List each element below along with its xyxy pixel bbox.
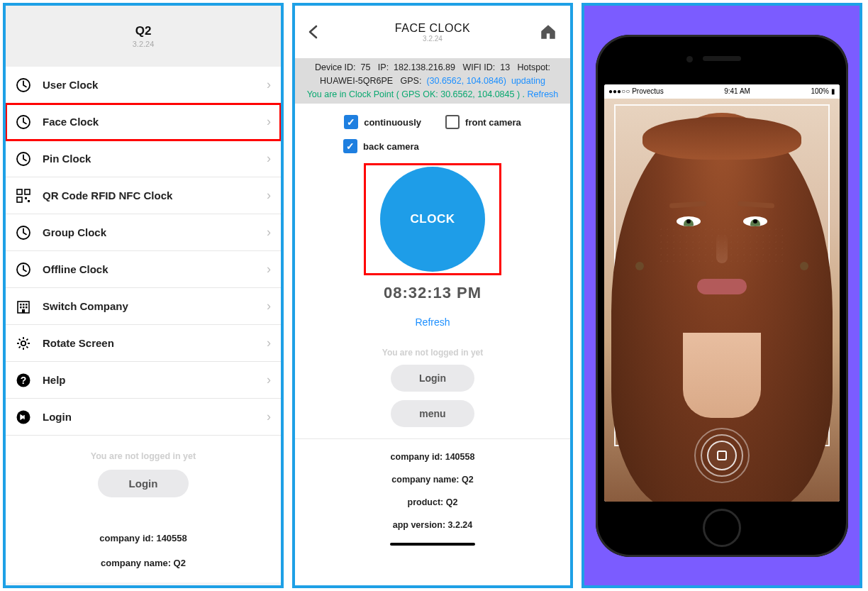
back-camera-label: back camera (363, 141, 419, 152)
company-name-label: company name: Q2 (6, 558, 281, 568)
statusbar-time: 9:41 AM (724, 87, 750, 95)
clock-button-highlight: CLOCK (364, 163, 501, 275)
chevron-right-icon: › (267, 225, 271, 240)
company-id-label: company id: 140558 (295, 452, 570, 462)
menu-item-label: Help (43, 374, 267, 386)
menu-item-login[interactable]: Login› (6, 399, 281, 436)
continuously-checkbox[interactable]: continuously (344, 115, 421, 129)
face-clock-screen: FACE CLOCK 3.2.24 Device ID: 75 IP: 182.… (292, 3, 573, 588)
menu-item-label: QR Code RFID NFC Clock (43, 189, 267, 201)
ip-label: IP: (378, 62, 389, 72)
menu-item-pin-clock[interactable]: Pin Clock› (6, 140, 281, 177)
menu-item-label: Pin Clock (43, 153, 267, 165)
menu-item-label: User Clock (43, 79, 267, 91)
battery-icon: ▮ (831, 87, 835, 95)
hotspot-label: Hotspot: (518, 62, 551, 72)
chevron-right-icon: › (267, 151, 271, 166)
screen-title: FACE CLOCK (395, 22, 470, 35)
login-icon (16, 409, 31, 425)
refresh-link[interactable]: Refresh (295, 316, 570, 328)
screen-version: 3.2.24 (395, 35, 470, 43)
clock-icon (16, 151, 31, 167)
status-bar: ●●●○○ Provectus 9:41 AM 100% ▮ (604, 84, 840, 99)
not-logged-label: You are not logged in yet (295, 348, 570, 358)
phone-front-camera (686, 56, 693, 62)
chevron-right-icon: › (267, 299, 271, 314)
menu-item-qr-code-rfid-nfc-clock[interactable]: QR Code RFID NFC Clock› (6, 177, 281, 214)
wifi-value: 13 (500, 62, 510, 72)
gps-value: (30.6562, 104.0846) (426, 76, 506, 86)
menu-item-label: Switch Company (43, 300, 267, 312)
hotspot-value: HUAWEI-5QR6PE (320, 76, 393, 86)
not-logged-label: You are not logged in yet (6, 451, 281, 461)
clockpoint-status: You are in Clock Point ( GPS OK: 30.6562… (307, 89, 525, 99)
device-id-value: 75 (361, 62, 371, 72)
menu-screen: Q2 3.2.24 User Clock›Face Clock›Pin Cloc… (3, 3, 284, 588)
front-camera-checkbox[interactable]: front camera (445, 115, 521, 129)
chevron-right-icon: › (267, 372, 271, 387)
menu-item-group-clock[interactable]: Group Clock› (6, 214, 281, 251)
gear-icon (16, 336, 31, 351)
company-id-label: company id: 140558 (6, 533, 281, 543)
menu-item-switch-company[interactable]: Switch Company› (6, 288, 281, 325)
face-clock-body: continuously front camera back camera CL… (295, 104, 570, 546)
back-button[interactable] (305, 23, 326, 40)
chevron-right-icon: › (267, 77, 271, 92)
menu-item-user-clock[interactable]: User Clock› (6, 67, 281, 104)
app-version: 3.2.24 (133, 40, 155, 48)
phone-home-button[interactable] (703, 509, 741, 547)
login-button[interactable]: Login (391, 365, 474, 392)
app-version-label: app version: 3.2.24 (295, 520, 570, 530)
menu-item-offline-clock[interactable]: Offline Clock› (6, 251, 281, 288)
clock-icon (16, 262, 31, 277)
shutter-button[interactable] (694, 428, 750, 483)
face-clock-meta: company id: 140558 company name: Q2 prod… (295, 452, 570, 530)
ip-value: 182.138.216.89 (394, 62, 455, 72)
info-refresh-link[interactable]: Refresh (528, 89, 559, 99)
help-icon (16, 372, 31, 388)
chevron-right-icon: › (267, 336, 271, 350)
home-indicator (390, 543, 475, 546)
wifi-label: WIFI ID: (462, 62, 495, 72)
camera-preview (604, 99, 840, 502)
menu-header: Q2 3.2.24 (6, 6, 281, 67)
qr-icon (16, 188, 31, 204)
chevron-right-icon: › (267, 114, 271, 129)
back-camera-checkbox[interactable]: back camera (343, 139, 419, 153)
menu-item-label: Group Clock (43, 226, 267, 238)
checkbox-checked-icon (344, 115, 358, 129)
phone-screen: ●●●○○ Provectus 9:41 AM 100% ▮ (604, 84, 840, 502)
battery-label: 100% (811, 87, 829, 95)
menu-item-face-clock[interactable]: Face Clock› (6, 104, 281, 140)
clock-icon (16, 114, 31, 130)
checkbox-unchecked-icon (445, 115, 460, 129)
home-button[interactable] (539, 23, 560, 41)
menu-item-rotate-screen[interactable]: Rotate Screen› (6, 325, 281, 362)
menu-list: User Clock›Face Clock›Pin Clock›QR Code … (6, 67, 281, 436)
gps-label: GPS: (401, 76, 422, 86)
building-icon (16, 299, 31, 314)
phone-frame: ●●●○○ Provectus 9:41 AM 100% ▮ (596, 35, 848, 557)
chevron-right-icon: › (267, 188, 271, 203)
menu-item-label: Face Clock (43, 116, 267, 128)
clock-icon (16, 77, 31, 93)
phone-speaker (703, 56, 741, 61)
menu-item-label: Login (43, 411, 267, 423)
menu-item-label: Offline Clock (43, 263, 267, 275)
menu-meta: company id: 140558 company name: Q2 (6, 504, 281, 582)
login-button[interactable]: Login (98, 470, 189, 497)
device-info-bar: Device ID: 75 IP: 182.138.216.89 WIFI ID… (295, 58, 570, 104)
face-capture-screen: ●●●○○ Provectus 9:41 AM 100% ▮ (582, 3, 862, 588)
home-icon (539, 23, 557, 41)
signal-icon: ●●●○○ (608, 87, 630, 95)
chevron-right-icon: › (267, 262, 271, 277)
continuously-label: continuously (364, 117, 421, 128)
menu-button[interactable]: menu (391, 400, 474, 427)
chevron-left-icon (305, 23, 322, 40)
checkbox-checked-icon (343, 139, 357, 153)
menu-item-help[interactable]: Help› (6, 362, 281, 399)
menu-item-label: Rotate Screen (43, 337, 267, 349)
company-name-label: company name: Q2 (295, 475, 570, 485)
clock-icon (16, 225, 31, 241)
clock-button[interactable]: CLOCK (380, 167, 485, 272)
